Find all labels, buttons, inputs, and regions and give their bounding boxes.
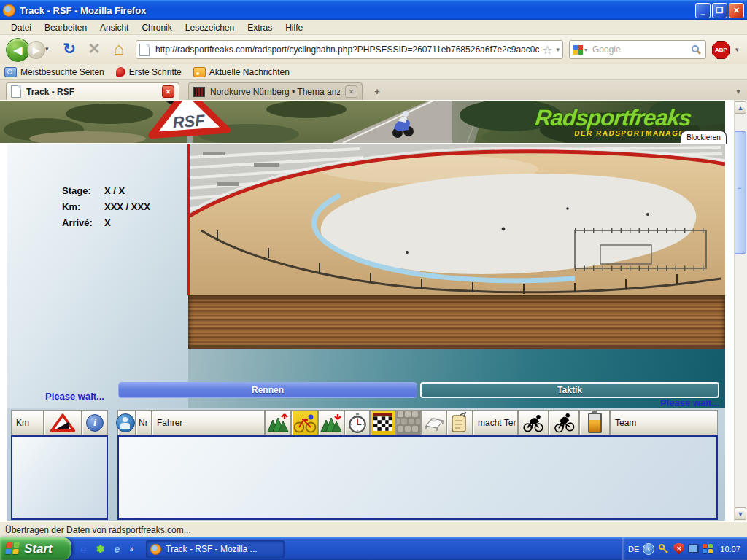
window-title: Track - RSF - Mozilla Firefox <box>20 5 694 16</box>
cobbles-column-header[interactable] <box>396 410 421 435</box>
tab-track-rsf[interactable]: Track - RSF ✕ <box>6 82 179 100</box>
keys-tray-icon[interactable] <box>658 543 670 555</box>
tab-bar: Track - RSF ✕ Nordkurve Nürnberg • Thema… <box>0 80 747 100</box>
blockieren-button[interactable]: Blockieren <box>681 131 727 144</box>
energy-column-header[interactable] <box>579 410 610 435</box>
navigation-toolbar: ◀ ▶ ▾ ↻ ✕ ⌂ ☆ ▾ ▾ ABP ▾ <box>0 35 747 65</box>
time-column-header[interactable] <box>344 410 370 435</box>
battery-icon <box>588 413 602 433</box>
task-button-firefox[interactable]: Track - RSF - Mozilla ... <box>146 540 285 558</box>
tab-close-icon-inactive[interactable]: ✕ <box>345 85 357 98</box>
cyclist-attack-icon <box>553 412 576 433</box>
fahrer-column-header[interactable]: Fahrer <box>152 410 265 435</box>
url-dropdown-icon[interactable]: ▾ <box>556 46 560 53</box>
hide-icons-chevron-icon[interactable]: ‹ <box>643 543 654 555</box>
bookmark-aktuelle-nachrichten[interactable]: Aktuelle Nachrichten <box>193 67 290 77</box>
bookmark-star-icon[interactable]: ☆ <box>542 43 552 57</box>
info-column-header[interactable]: i <box>82 410 108 435</box>
new-tab-button[interactable]: + <box>368 85 386 98</box>
menu-extras[interactable]: Extras <box>241 21 279 34</box>
menu-chronik[interactable]: Chronik <box>135 21 178 34</box>
search-input[interactable] <box>591 44 691 55</box>
tab-close-icon[interactable]: ✕ <box>162 85 174 98</box>
history-dropdown-icon[interactable]: ▾ <box>45 45 49 52</box>
rest-column-header[interactable] <box>421 410 446 435</box>
info-icon: i <box>86 414 104 432</box>
minimize-button[interactable]: _ <box>695 3 711 18</box>
cyclist-silhouette-icon <box>523 413 543 432</box>
search-engine-dropdown-icon[interactable]: ▾ <box>584 47 587 53</box>
main-table-body <box>117 435 718 520</box>
list-all-tabs-icon[interactable]: ▾ <box>731 85 746 98</box>
tab-taktik[interactable]: Taktik <box>420 382 719 398</box>
desktop: Track - RSF - Mozilla Firefox _ ❐ ✕ Date… <box>0 0 747 560</box>
quick-launch-app-icon[interactable]: ℮ <box>77 542 90 555</box>
climb-down-column-header[interactable] <box>318 410 344 435</box>
quick-launch-overflow-icon[interactable]: » <box>125 542 138 555</box>
arrive-row: Arrivé:X <box>62 217 186 228</box>
bicycle-icon <box>293 413 317 433</box>
tab-site-icon <box>193 87 205 97</box>
quick-launch-ie-icon[interactable]: e <box>111 542 123 555</box>
arrive-value: X <box>104 217 111 228</box>
status-text: Übertragen der Daten von radsportfreaks.… <box>5 525 191 535</box>
macht-column-header[interactable]: macht Ter <box>473 410 518 435</box>
updates-tray-icon[interactable] <box>703 544 713 554</box>
stop-icon[interactable]: ✕ <box>85 39 104 58</box>
gradient-column-header[interactable] <box>44 410 82 435</box>
left-info-panel <box>7 144 188 408</box>
scrollbar-thumb[interactable] <box>735 131 746 254</box>
firefox-icon <box>3 4 15 17</box>
cyclist-a-column-header[interactable] <box>518 410 549 435</box>
url-input[interactable] <box>154 44 541 55</box>
left-table-body <box>11 435 108 520</box>
security-alert-icon[interactable]: ✕ <box>673 543 684 555</box>
climb-up-column-header[interactable] <box>265 410 291 435</box>
bookmark-meistbesuchte[interactable]: Meistbesuchte Seiten <box>4 67 104 77</box>
reload-icon[interactable]: ↻ <box>60 39 79 58</box>
restore-button[interactable]: ❐ <box>712 3 727 18</box>
finish-column-header[interactable] <box>370 410 396 435</box>
nr-column-header[interactable]: Nr <box>136 410 152 435</box>
scroll-down-icon[interactable]: ▼ <box>735 508 746 520</box>
tab-nordkurve[interactable]: Nordkurve Nürnberg • Thema anzeigen... ✕ <box>188 82 363 100</box>
gradient-warning-icon <box>50 413 76 433</box>
menu-hilfe[interactable]: Hilfe <box>279 21 309 34</box>
bookmark-erste-schritte[interactable]: Erste Schritte <box>116 67 182 77</box>
toolbar-overflow-icon[interactable]: ▾ <box>735 46 739 53</box>
mountain-down-icon <box>320 413 343 433</box>
wood-plank-band <box>188 295 725 349</box>
adblock-icon[interactable]: ABP <box>712 41 730 59</box>
menu-lesezeichen[interactable]: Lesezeichen <box>179 21 241 34</box>
cyclist-b-column-header[interactable] <box>549 410 579 435</box>
left-table-header: Km i <box>11 410 108 435</box>
svg-text:RSF: RSF <box>172 111 206 131</box>
notes-column-header[interactable] <box>446 410 473 435</box>
rider-column-header[interactable] <box>117 410 136 435</box>
menu-bearbeiten[interactable]: Bearbeiten <box>38 21 93 34</box>
search-box: ▾ <box>569 40 706 59</box>
display-tray-icon[interactable] <box>688 544 699 553</box>
rss-folder-icon <box>193 67 206 77</box>
firefox-red-icon <box>116 67 125 77</box>
clock[interactable]: 10:07 <box>720 545 740 553</box>
start-button[interactable]: Start <box>0 537 71 560</box>
close-button[interactable]: ✕ <box>729 3 744 18</box>
quick-launch-flower-icon[interactable]: ✽ <box>94 542 107 555</box>
menu-ansicht[interactable]: Ansicht <box>93 21 135 34</box>
tab-rennen[interactable]: Rennen <box>118 382 417 398</box>
folder-search-icon <box>4 67 17 77</box>
google-icon[interactable] <box>573 45 583 55</box>
search-magnifier-icon[interactable] <box>691 44 702 55</box>
flat-column-header[interactable] <box>291 410 318 435</box>
team-column-header[interactable]: Team <box>610 410 718 435</box>
km-row: Km:XXX / XXX <box>62 201 186 212</box>
menu-datei[interactable]: Datei <box>4 21 38 34</box>
km-column-header[interactable]: Km <box>11 410 44 435</box>
menu-bar: Datei Bearbeiten Ansicht Chronik Lesezei… <box>0 20 747 35</box>
forward-button[interactable]: ▶ <box>27 41 45 59</box>
scroll-up-icon[interactable]: ▲ <box>735 101 746 114</box>
home-icon[interactable]: ⌂ <box>109 39 128 58</box>
bookmarks-toolbar: Meistbesuchte Seiten Erste Schritte Aktu… <box>0 64 747 80</box>
language-indicator[interactable]: DE <box>628 545 639 553</box>
